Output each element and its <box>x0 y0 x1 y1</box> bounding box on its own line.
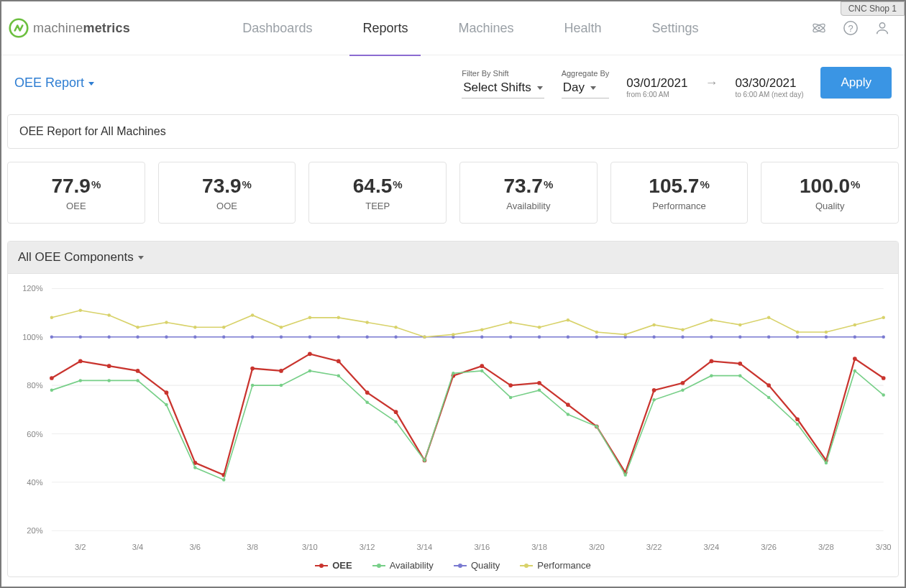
svg-point-43 <box>308 352 312 356</box>
legend-performance[interactable]: Performance <box>520 560 590 571</box>
kpi-oee: 77.9%OEE <box>7 162 145 224</box>
filter-aggregate-select[interactable]: Day <box>562 79 610 98</box>
svg-point-71 <box>251 384 254 387</box>
svg-text:?: ? <box>848 23 853 34</box>
svg-point-66 <box>107 379 110 382</box>
svg-point-144 <box>623 333 626 336</box>
nav-tab-machines[interactable]: Machines <box>455 1 516 55</box>
help-icon[interactable]: ? <box>843 20 859 36</box>
svg-point-73 <box>308 369 311 372</box>
chart-component-dropdown[interactable]: All OEE Components <box>8 242 898 274</box>
svg-point-146 <box>681 328 684 331</box>
legend-quality[interactable]: Quality <box>454 560 500 571</box>
svg-text:3/14: 3/14 <box>417 543 433 551</box>
arrow-right-icon: → <box>705 75 718 91</box>
svg-point-113 <box>595 336 598 339</box>
summary-text: OEE Report for All Machines <box>19 125 166 137</box>
svg-point-76 <box>394 420 397 423</box>
svg-point-6 <box>879 23 884 28</box>
svg-point-118 <box>738 336 741 339</box>
apply-button[interactable]: Apply <box>820 67 892 98</box>
svg-point-104 <box>337 336 340 339</box>
svg-point-96 <box>107 336 110 339</box>
svg-point-50 <box>508 383 513 387</box>
svg-point-110 <box>509 336 512 339</box>
filter-aggregate: Aggregate By Day <box>562 69 610 98</box>
svg-point-90 <box>796 423 799 426</box>
kpi-teep: 64.5%TEEP <box>308 162 447 224</box>
kpi-value: 73.7% <box>503 175 553 198</box>
kpi-label: Availability <box>506 201 550 211</box>
svg-point-121 <box>825 336 828 339</box>
nav-tab-health[interactable]: Health <box>561 1 604 55</box>
svg-point-142 <box>567 318 569 321</box>
svg-point-147 <box>710 318 713 321</box>
svg-point-100 <box>222 336 225 339</box>
svg-point-123 <box>882 336 884 339</box>
nav-tab-settings[interactable]: Settings <box>649 1 702 55</box>
legend-availability[interactable]: Availability <box>372 560 434 571</box>
date-to[interactable]: 03/30/2021 to 6:00 AM (next day) <box>735 76 803 98</box>
svg-point-115 <box>652 336 655 339</box>
svg-point-116 <box>681 336 684 339</box>
atom-icon[interactable] <box>811 20 827 36</box>
brand-logo-icon <box>9 18 29 38</box>
svg-point-52 <box>566 403 570 407</box>
svg-text:60%: 60% <box>27 430 42 438</box>
svg-point-95 <box>79 336 82 339</box>
svg-point-134 <box>337 316 340 319</box>
oee-chart: 20%40%60%80%100%120%3/23/43/63/83/103/12… <box>8 274 898 560</box>
svg-point-75 <box>365 400 368 403</box>
svg-point-131 <box>251 313 254 316</box>
svg-point-93 <box>882 393 884 396</box>
nav-tabs: DashboardsReportsMachinesHealthSettings <box>130 1 811 55</box>
svg-text:3/6: 3/6 <box>190 543 201 551</box>
svg-point-67 <box>136 379 139 382</box>
svg-point-105 <box>365 336 368 339</box>
svg-point-34 <box>50 376 54 380</box>
filter-shift: Filter By Shift Select Shifts <box>462 69 544 98</box>
svg-point-82 <box>567 413 569 415</box>
svg-point-42 <box>279 369 283 373</box>
subheader: OEE Report Filter By Shift Select Shifts… <box>1 55 905 114</box>
caret-down-icon <box>537 86 543 90</box>
svg-point-70 <box>222 478 225 481</box>
svg-point-119 <box>767 336 770 339</box>
chart-legend: OEE Availability Quality Performance <box>8 560 898 576</box>
caret-down-icon <box>138 256 144 259</box>
svg-point-98 <box>165 336 168 339</box>
nav-tab-reports[interactable]: Reports <box>360 1 411 55</box>
nav-tab-dashboards[interactable]: Dashboards <box>239 1 315 55</box>
shop-tag[interactable]: CNC Shop 1 <box>841 1 905 16</box>
svg-point-133 <box>308 316 311 319</box>
svg-point-41 <box>250 367 255 371</box>
user-icon[interactable] <box>874 20 890 36</box>
svg-point-106 <box>394 336 397 339</box>
svg-point-139 <box>480 328 483 331</box>
kpi-label: OOE <box>216 201 237 211</box>
filter-shift-select[interactable]: Select Shifts <box>462 79 544 98</box>
kpi-availability: 73.7%Availability <box>459 162 598 224</box>
page-title-dropdown[interactable]: OEE Report <box>14 75 94 91</box>
svg-point-149 <box>767 316 770 319</box>
svg-point-49 <box>480 364 484 368</box>
svg-point-55 <box>652 388 656 392</box>
svg-text:3/12: 3/12 <box>360 543 375 551</box>
kpi-quality: 100.0%Quality <box>761 162 899 224</box>
svg-point-126 <box>107 313 110 316</box>
svg-point-145 <box>652 323 655 326</box>
svg-point-92 <box>854 369 856 372</box>
svg-point-87 <box>710 374 713 377</box>
svg-point-111 <box>538 336 541 339</box>
svg-point-44 <box>337 359 341 364</box>
svg-point-72 <box>280 384 283 387</box>
legend-oee[interactable]: OEE <box>315 560 352 571</box>
filter-aggregate-label: Aggregate By <box>562 69 610 78</box>
svg-text:3/4: 3/4 <box>132 543 144 551</box>
chart-panel: All OEE Components 20%40%60%80%100%120%3… <box>7 241 899 577</box>
brand[interactable]: machinemetrics <box>9 18 130 38</box>
date-from[interactable]: 03/01/2021 from 6:00 AM <box>626 76 687 98</box>
svg-point-64 <box>50 389 53 392</box>
svg-text:3/30: 3/30 <box>876 543 892 551</box>
svg-point-103 <box>308 336 311 339</box>
